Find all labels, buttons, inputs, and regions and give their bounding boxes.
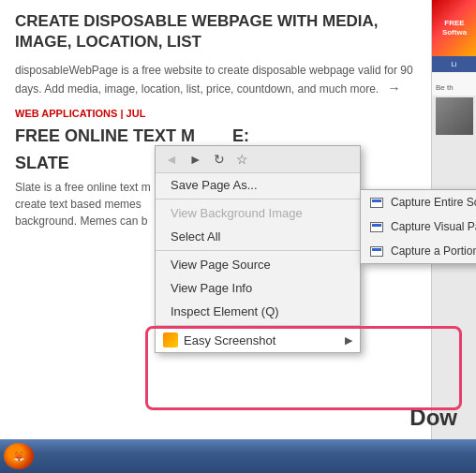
- inspect-element-item[interactable]: Inspect Element (Q): [156, 300, 360, 323]
- capture-visual-item[interactable]: Capture Visual Part: [361, 214, 476, 239]
- capture-visual-label: Capture Visual Part: [391, 220, 476, 233]
- forward-button[interactable]: ►: [189, 152, 202, 167]
- view-info-item[interactable]: View Page Info: [156, 276, 360, 300]
- sidebar-avatar: [436, 97, 473, 135]
- sidebar-promo-image: FREE Softwa: [432, 0, 476, 56]
- separator-2: [156, 250, 360, 251]
- view-source-item[interactable]: View Page Source: [156, 253, 360, 276]
- context-menu: ◄ ► ↻ ☆ Save Page As... View Background …: [155, 145, 361, 353]
- capture-portion-icon: [370, 246, 383, 257]
- page-description: disposableWebPage is a free website to c…: [15, 62, 416, 98]
- easy-screenshot-icon: [163, 333, 178, 347]
- easy-screenshot-item[interactable]: Easy Screenshot ▶: [156, 328, 360, 352]
- section-label: WEB APPLICATIONS | JUL: [15, 108, 416, 119]
- firefox-icon[interactable]: 🦊: [4, 443, 34, 469]
- separator-3: [156, 325, 360, 326]
- sidebar-be-text: Be th: [432, 80, 476, 96]
- taskbar: 🦊: [0, 439, 476, 473]
- capture-entire-icon: [370, 198, 383, 208]
- capture-portion-label: Capture a Portion: [391, 244, 476, 258]
- separator-1: [156, 199, 360, 200]
- dow-text: Dow: [409, 405, 457, 431]
- capture-portion-item[interactable]: Capture a Portion: [361, 239, 476, 263]
- page-title: CREATE DISPOSABLE WEBPAGE WITH MEDIA, IM…: [15, 11, 416, 52]
- screenshot-submenu: Capture Entire Screen Capture Visual Par…: [360, 189, 476, 264]
- save-page-item[interactable]: Save Page As...: [156, 173, 360, 197]
- bookmark-button[interactable]: ☆: [236, 152, 248, 167]
- easy-screenshot-label: Easy Screenshot: [184, 333, 339, 347]
- reload-button[interactable]: ↻: [214, 152, 225, 167]
- back-button[interactable]: ◄: [165, 152, 178, 167]
- select-all-item[interactable]: Select All: [156, 225, 360, 248]
- sidebar-like[interactable]: Li: [432, 56, 476, 72]
- context-menu-nav: ◄ ► ↻ ☆: [156, 146, 360, 173]
- capture-visual-icon: [370, 222, 383, 232]
- sidebar-spacer: [432, 72, 476, 80]
- capture-entire-item[interactable]: Capture Entire Screen: [361, 190, 476, 214]
- submenu-arrow-icon: ▶: [345, 334, 352, 347]
- capture-entire-label: Capture Entire Screen: [391, 196, 476, 209]
- article-title: FREE ONLINE TEXT M E:: [15, 126, 416, 146]
- view-background-item: View Background Image: [156, 201, 360, 225]
- arrow-icon: →: [388, 81, 401, 96]
